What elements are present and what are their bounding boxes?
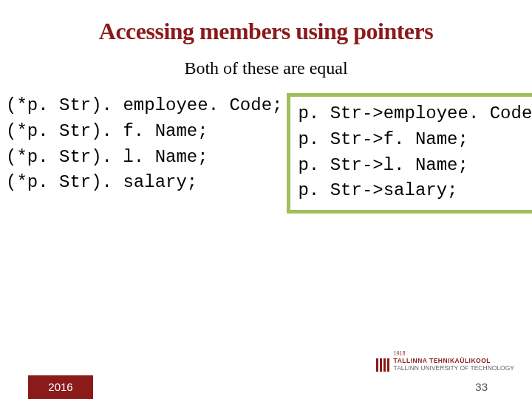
- logo-text-en: TALLINN UNIVERSITY OF TECHNOLOGY: [394, 365, 514, 372]
- page-number: 33: [475, 381, 488, 393]
- code-arrow-syntax: p. Str->employee. Code; p. Str->f. Name;…: [298, 101, 532, 204]
- footer-year: 2016: [28, 375, 93, 399]
- logo-bars-icon: [376, 358, 389, 372]
- code-arrow-syntax-box: p. Str->employee. Code; p. Str->f. Name;…: [287, 93, 532, 214]
- slide-footer: 2016 33 1918 TALLINNA TEHNIKAÜLIKOOL TAL…: [0, 364, 532, 399]
- slide-title: Accessing members using pointers: [0, 0, 532, 45]
- code-dereference-syntax: (*p. Str). employee. Code; (*p. Str). f.…: [6, 93, 282, 196]
- university-logo: 1918 TALLINNA TEHNIKAÜLIKOOL TALLINN UNI…: [376, 358, 514, 372]
- logo-founding-year: 1918: [394, 350, 406, 357]
- logo-text: TALLINNA TEHNIKAÜLIKOOL TALLINN UNIVERSI…: [394, 358, 514, 372]
- slide-subtitle: Both of these are equal: [0, 58, 532, 78]
- code-comparison-row: (*p. Str). employee. Code; (*p. Str). f.…: [0, 93, 532, 214]
